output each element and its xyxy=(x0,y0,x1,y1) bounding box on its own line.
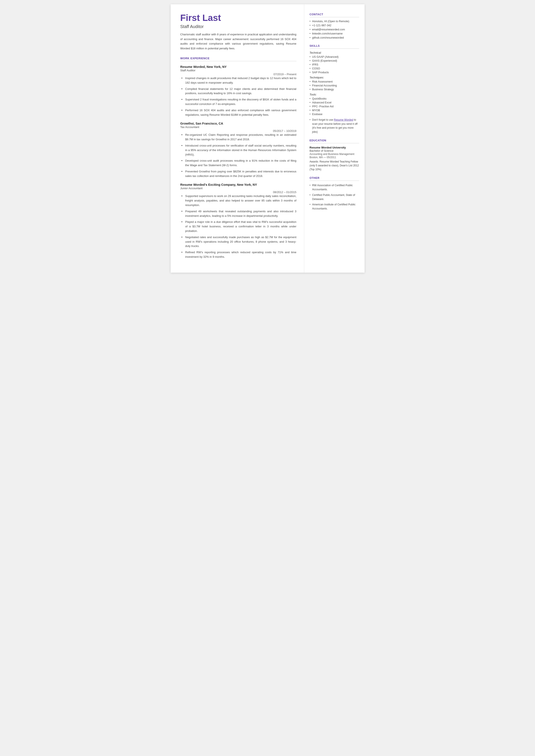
skill-category-technical: Technical: xyxy=(310,51,359,54)
list-item: QuickBooks xyxy=(310,97,359,100)
edu-location: Boston, MA — 05/2011 xyxy=(310,156,359,159)
list-item: MYOB xyxy=(310,109,359,112)
list-item: Introduced cross-unit processes for veri… xyxy=(182,144,296,157)
job-title-1: Staff Auditor xyxy=(180,69,196,72)
skills-section: SKILLS Technical: US GAAP (Advanced) GAA… xyxy=(310,44,359,134)
edu-field: Accounting and Business Management xyxy=(310,153,359,155)
work-experience-section-title: WORK EXPERIENCE xyxy=(180,57,296,61)
other-section-title: OTHER xyxy=(310,177,359,181)
techniques-skill-list: Risk Assessment Financial Accounting Bus… xyxy=(310,80,359,91)
list-item: COSO xyxy=(310,67,359,70)
list-item: email@resumeworded.com xyxy=(310,28,359,31)
company-name-3: Resume Worded's Exciting Company, New Yo… xyxy=(180,183,257,186)
job-dates-2: 05/2017 – 10/2019 xyxy=(273,129,296,132)
list-item: Business Strategy xyxy=(310,88,359,91)
list-item: Supervised 2 fraud investigations result… xyxy=(182,98,296,106)
other-list: RW Association of Certified Public Accou… xyxy=(310,183,359,211)
list-item: linkedin.com/in/username xyxy=(310,32,359,35)
tools-skill-list: QuickBooks Advanced Excel PPC- Practise … xyxy=(310,97,359,116)
list-item: GAAS (Experienced) xyxy=(310,59,359,62)
company-name-1: Resume Worded, New York, NY xyxy=(180,65,227,69)
skills-section-title: SKILLS xyxy=(310,44,359,49)
scan-note: Don't forget to use Resume Worded to sca… xyxy=(310,118,359,134)
list-item: Honolulu, HI (Open to Remote) xyxy=(310,20,359,23)
list-item: Performed 16 SOX 404 audits and also enf… xyxy=(182,108,296,117)
resume-page: First Last Staff Auditor Charismatic sta… xyxy=(171,4,365,273)
job-header-1: Resume Worded, New York, NY xyxy=(180,65,296,69)
list-item: Advanced Excel xyxy=(310,101,359,104)
contact-section-title: CONTACT xyxy=(310,13,359,17)
list-item: github.com/resumeworded xyxy=(310,36,359,39)
skill-category-tools: Tools: xyxy=(310,93,359,96)
list-item: Negotiated rates and successfully made p… xyxy=(182,235,296,248)
job-title-dates-2: Tax Accountant 05/2017 – 10/2019 xyxy=(180,126,296,132)
job-title-2: Tax Accountant xyxy=(180,126,199,129)
list-item: PPC- Practise Aid xyxy=(310,105,359,108)
edu-degree: Bachelor of Science xyxy=(310,149,359,153)
technical-skill-list: US GAAP (Advanced) GAAS (Experienced) IF… xyxy=(310,55,359,74)
job-header-2: Growthsi, San Francisco, CA xyxy=(180,122,296,125)
right-column: CONTACT Honolulu, HI (Open to Remote) +1… xyxy=(304,4,365,273)
job-header-3: Resume Worded's Exciting Company, New Yo… xyxy=(180,183,296,186)
list-item: Played a major role in a due diligence e… xyxy=(182,220,296,233)
job-title-dates-1: Staff Auditor 07/2019 – Present xyxy=(180,69,296,76)
candidate-title: Staff Auditor xyxy=(180,24,296,29)
edu-awards: Awards: Resume Worded Teaching Fellow (o… xyxy=(310,160,359,171)
list-item: Prevented Growthsi from paying over $825… xyxy=(182,169,296,179)
edu-block-1: Resume Worded University Bachelor of Sci… xyxy=(310,146,359,171)
skill-category-techniques: Techniques: xyxy=(310,76,359,79)
candidate-name: First Last xyxy=(180,13,296,23)
list-item: Prepared 49 worksheets that revealed out… xyxy=(182,209,296,218)
job-dates-1: 07/2019 – Present xyxy=(273,72,296,76)
left-column: First Last Staff Auditor Charismatic sta… xyxy=(171,4,304,273)
company-name-2: Growthsi, San Francisco, CA xyxy=(180,122,223,125)
scan-link[interactable]: Resume Worded xyxy=(334,118,353,121)
job-bullets-3: Supported supervisors to work on 29 acco… xyxy=(180,194,296,259)
contact-section: CONTACT Honolulu, HI (Open to Remote) +1… xyxy=(310,13,359,39)
list-item: Developed cross-unit audit processes res… xyxy=(182,159,296,168)
list-item: Re-organized UC Claim Reporting and resp… xyxy=(182,133,296,142)
list-item: RW Association of Certified Public Accou… xyxy=(310,183,359,192)
education-section: EDUCATION Resume Worded University Bache… xyxy=(310,139,359,171)
job-block-1: Resume Worded, New York, NY Staff Audito… xyxy=(180,65,296,117)
list-item: IFRS xyxy=(310,63,359,66)
list-item: SAP Products xyxy=(310,71,359,74)
candidate-summary: Charismatic staff auditor with 8 years o… xyxy=(180,32,296,51)
list-item: Certified Public Accountant, State of De… xyxy=(310,193,359,201)
job-bullets-2: Re-organized UC Claim Reporting and resp… xyxy=(180,133,296,178)
list-item: Risk Assessment xyxy=(310,80,359,83)
job-dates-3: 08/2012 – 01/2015 xyxy=(273,190,296,194)
contact-list: Honolulu, HI (Open to Remote) +1-121-987… xyxy=(310,20,359,39)
list-item: Inspired changes in audit procedures tha… xyxy=(182,76,296,85)
list-item: Refined RW's reporting processes which r… xyxy=(182,250,296,259)
list-item: +1-121-987-342 xyxy=(310,24,359,27)
list-item: Supported supervisors to work on 29 acco… xyxy=(182,194,296,207)
job-bullets-1: Inspired changes in audit procedures tha… xyxy=(180,76,296,117)
job-block-2: Growthsi, San Francisco, CA Tax Accounta… xyxy=(180,122,296,178)
list-item: Compiled financial statements for 12 maj… xyxy=(182,87,296,96)
list-item: US GAAP (Advanced) xyxy=(310,55,359,58)
job-title-3: Junior Accountant xyxy=(180,187,203,190)
job-block-3: Resume Worded's Exciting Company, New Yo… xyxy=(180,183,296,259)
scan-note-before: Don't forget to use xyxy=(312,118,334,121)
other-section: OTHER RW Association of Certified Public… xyxy=(310,177,359,211)
job-title-dates-3: Junior Accountant 08/2012 – 01/2015 xyxy=(180,187,296,194)
list-item: American Institute of Certified Public A… xyxy=(310,203,359,211)
edu-school: Resume Worded University xyxy=(310,146,359,149)
list-item: Financial Accounting xyxy=(310,84,359,87)
education-section-title: EDUCATION xyxy=(310,139,359,143)
list-item: Essbase xyxy=(310,113,359,116)
